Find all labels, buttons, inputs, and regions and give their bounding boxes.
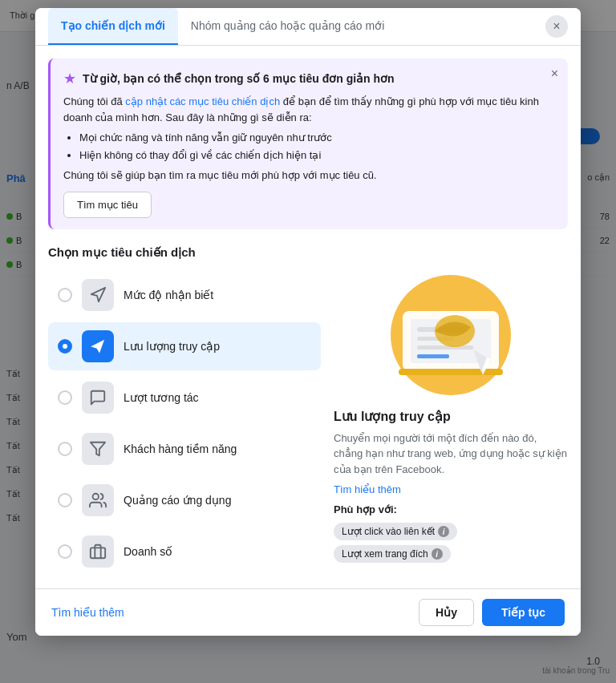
tags-container: Lượt click vào liên kết i Lượt xem trang… [334,520,568,565]
goal-icon-leads [82,433,114,465]
goal-item-app[interactable]: Quảng cáo ứng dụng [48,476,321,524]
radio-traffic[interactable] [58,339,72,354]
goal-detail-panel: Lưu lượng truy cập Chuyển mọi người tới … [334,271,568,576]
svg-marker-0 [91,442,105,455]
info-icon-link-clicks[interactable]: i [438,526,449,537]
cancel-button[interactable]: Hủy [419,599,474,626]
tag-label-link-clicks: Lượt click vào liên kết [342,526,435,537]
banner-link[interactable]: cập nhật các mục tiêu chiến dịch [125,95,280,107]
info-banner: ★ Từ giờ, bạn có thể chọn trong số 6 mục… [48,59,568,229]
footer-learn-more-link[interactable]: Tìm hiểu thêm [51,606,124,619]
banner-bullet-1: Mọi chức năng và tính năng vẫn giữ nguyê… [79,130,555,146]
goal-label-leads: Khách hàng tiềm năng [124,443,237,455]
svg-rect-9 [417,346,473,350]
banner-bullet-2: Hiện không có thay đổi gì về các chiến d… [79,148,555,164]
goal-icon-sales [82,535,114,568]
modal-close-button[interactable]: × [545,15,568,38]
goal-illustration [379,271,523,399]
goal-item-leads[interactable]: Khách hàng tiềm năng [48,425,321,473]
radio-app[interactable] [58,493,72,507]
banner-text-before-link: Chúng tôi đã [63,95,123,107]
radio-awareness[interactable] [58,288,72,302]
banner-text: Chúng tôi đã cập nhật các mục tiêu chiến… [63,94,555,184]
banner-footer-text: Chúng tôi sẽ giúp bạn tìm ra mục tiêu mớ… [63,169,377,181]
modal-footer: Tìm hiểu thêm Hủy Tiếp tục [35,588,581,636]
section-title: Chọn mục tiêu chiến dịch [48,245,568,260]
banner-title: Từ giờ, bạn có thể chọn trong số 6 mục t… [83,72,395,85]
radio-leads[interactable] [58,442,72,456]
detail-description: Chuyển mọi người tới một đích đến nào đó… [334,430,568,478]
banner-bullets: Mọi chức năng và tính năng vẫn giữ nguyê… [63,130,555,163]
goal-item-traffic[interactable]: Lưu lượng truy cập [48,322,321,370]
info-icon-landing-page[interactable]: i [432,548,443,560]
star-icon: ★ [63,70,76,87]
banner-close-button[interactable]: × [551,67,558,81]
tab-create-campaign[interactable]: Tạo chiến dịch mới [48,8,178,45]
goal-label-traffic: Lưu lượng truy cập [124,340,220,353]
radio-sales[interactable] [58,544,72,559]
goals-list: Mức độ nhận biết Lưu lượng truy cập [48,271,321,576]
info-banner-header: ★ Từ giờ, bạn có thể chọn trong số 6 mục… [63,70,555,87]
goal-item-engagement[interactable]: Lượt tương tác [48,374,321,422]
goal-icon-engagement [82,382,114,414]
suitable-label: Phù hợp với: [334,503,397,515]
goal-label-engagement: Lượt tương tác [124,391,199,404]
goal-item-sales[interactable]: Doanh số [48,527,321,576]
detail-learn-more-link[interactable]: Tìm hiểu thêm [334,483,401,495]
svg-rect-2 [91,548,105,558]
goal-icon-app [82,484,114,516]
modal-overlay: Tạo chiến dịch mới Nhóm quảng cáo hoặc q… [0,0,616,683]
tag-landing-page: Lượt xem trang đích i [334,545,451,563]
find-goal-button[interactable]: Tìm mục tiêu [63,192,152,218]
goals-grid: Mức độ nhận biết Lưu lượng truy cập [48,271,568,576]
goal-icon-traffic [82,330,114,362]
footer-buttons: Hủy Tiếp tục [419,599,565,626]
svg-rect-5 [399,369,503,375]
goal-icon-awareness [82,279,114,311]
svg-rect-10 [417,354,449,358]
tag-link-clicks: Lượt click vào liên kết i [334,523,457,540]
radio-engagement[interactable] [58,390,72,405]
modal-dialog: Tạo chiến dịch mới Nhóm quảng cáo hoặc q… [35,8,581,636]
goal-label-awareness: Mức độ nhận biết [124,289,213,301]
goal-item-awareness[interactable]: Mức độ nhận biết [48,271,321,319]
tag-label-landing-page: Lượt xem trang đích [342,548,428,560]
svg-point-1 [93,493,99,499]
continue-button[interactable]: Tiếp tục [482,599,565,626]
goal-label-app: Quảng cáo ứng dụng [124,494,231,507]
tab-ad-group[interactable]: Nhóm quảng cáo hoặc quảng cáo mới [178,8,397,45]
modal-body: ★ Từ giờ, bạn có thể chọn trong số 6 mục… [35,46,581,588]
modal-header: Tạo chiến dịch mới Nhóm quảng cáo hoặc q… [35,8,581,46]
detail-title: Lưu lượng truy cập [334,409,451,424]
goal-label-sales: Doanh số [124,545,172,558]
